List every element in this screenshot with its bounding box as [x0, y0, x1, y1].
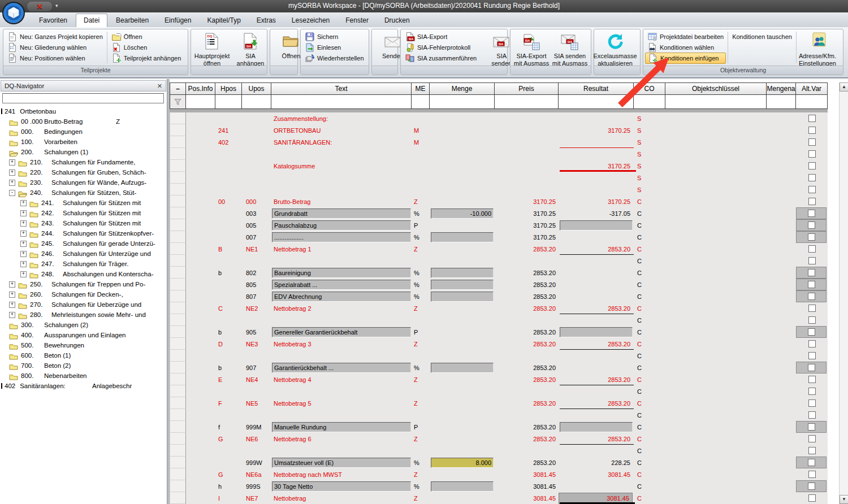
resultat-input[interactable]	[560, 327, 633, 337]
cell-resultat[interactable]: 3081.45	[559, 492, 634, 504]
altvar-checkbox[interactable]	[808, 281, 815, 288]
cell-menge[interactable]	[430, 279, 495, 290]
grid-row-NE1[interactable]: BNE1Nettobetrag 1Z2853.202853.20C	[170, 243, 828, 255]
tree-item-00-000-brutto-betrag[interactable]: 00 .000Brutto-BetragZ	[0, 116, 167, 127]
column-header-mengena[interactable]: Mengena	[767, 82, 796, 95]
menge-input[interactable]	[431, 280, 494, 290]
row-header-cell[interactable]	[170, 350, 186, 362]
cell-altvar[interactable]	[796, 267, 828, 279]
cell-altvar[interactable]	[796, 219, 828, 231]
cell-altvar[interactable]	[796, 373, 828, 385]
tree-item-241-ortbetonbau[interactable]: 241Ortbetonbau	[0, 106, 167, 116]
filter-cell[interactable]	[495, 95, 559, 109]
menge-input[interactable]	[431, 481, 494, 492]
cell-altvar[interactable]	[796, 492, 828, 504]
menge-input[interactable]	[431, 363, 494, 373]
neu-ganzes-projekt-kopieren-button[interactable]: Neu: Ganzes Projekt kopieren	[5, 31, 105, 42]
altvar-field[interactable]	[796, 480, 827, 492]
column-header-co[interactable]: CO	[634, 82, 665, 95]
tree-item-300-schalungen-2[interactable]: 300.Schalungen (2)	[0, 320, 167, 330]
cell-text[interactable]: Manuelle Rundung	[271, 421, 412, 433]
row-header-cell[interactable]	[170, 302, 186, 314]
row-header-cell[interactable]	[170, 231, 186, 243]
cell-resultat[interactable]	[559, 421, 634, 433]
einlesen-button[interactable]: Einlesen	[302, 42, 366, 53]
tree-item-230-schalungen-für-wände-aufzugs[interactable]: +230.Schalungen für Wände, Aufzugs-	[0, 177, 167, 188]
navigator-search-input[interactable]	[2, 93, 164, 103]
cell-text[interactable]: .................	[271, 231, 412, 243]
grid-row-805[interactable]: 805Spezialrabatt ...%2853.20C	[170, 279, 828, 290]
cell-altvar[interactable]	[796, 421, 828, 433]
altvar-checkbox[interactable]	[808, 423, 815, 431]
altvar-field[interactable]	[796, 326, 827, 338]
grid-row-999M[interactable]: f999MManuelle RundungP2853.20C	[170, 421, 828, 433]
altvar-checkbox[interactable]	[808, 316, 816, 324]
grid-row-3[interactable]: S	[170, 148, 828, 160]
tree-item-248-abschalungen-und-konterscha[interactable]: +248.Abschalungen und Konterscha-	[0, 269, 167, 279]
tab-extras[interactable]: Extras	[249, 14, 283, 27]
altvar-checkbox[interactable]	[808, 411, 816, 419]
altvar-field[interactable]	[796, 279, 827, 290]
cell-resultat[interactable]	[559, 326, 634, 338]
altvar-field[interactable]	[796, 421, 827, 433]
row-header-cell[interactable]	[170, 326, 186, 338]
column-header-resultat[interactable]: Resultat	[559, 82, 634, 95]
grid-row-5[interactable]: S	[170, 172, 828, 184]
menge-input[interactable]	[431, 292, 494, 302]
altvar-checkbox[interactable]	[808, 352, 816, 359]
row-header-cell[interactable]	[170, 468, 186, 480]
cell-text[interactable]: Umsatzsteuer voll (E)	[271, 457, 412, 468]
altvar-checkbox[interactable]	[808, 399, 816, 407]
filter-cell[interactable]	[634, 95, 665, 109]
expand-icon[interactable]: +	[9, 159, 15, 166]
text-input[interactable]: Garantierückbehalt ...	[272, 363, 411, 373]
tab-drucken[interactable]: Drucken	[377, 14, 417, 27]
cell-altvar[interactable]	[796, 124, 828, 136]
filter-cell[interactable]	[767, 95, 796, 109]
filter-cell[interactable]	[665, 95, 767, 109]
row-header-cell[interactable]	[170, 243, 186, 255]
filter-cell[interactable]	[430, 95, 495, 109]
cell-altvar[interactable]	[796, 243, 828, 255]
altvar-checkbox[interactable]	[808, 233, 815, 241]
grid-row-17[interactable]: C	[170, 314, 828, 326]
row-header-cell[interactable]	[170, 421, 186, 433]
altvar-checkbox[interactable]	[808, 186, 816, 193]
tree-item-200-schalungen-1[interactable]: 200.Schalungen (1)	[0, 147, 167, 157]
cell-altvar[interactable]	[796, 148, 828, 160]
altvar-checkbox[interactable]	[808, 435, 816, 442]
menge-input-highlight[interactable]: 8.000	[431, 458, 494, 468]
tab-lesezeichen[interactable]: Lesezeichen	[284, 14, 337, 27]
scroll-up-icon[interactable]: ▲	[840, 82, 848, 92]
cell-text[interactable]: EDV Abrechnung	[271, 290, 412, 302]
column-header-menge[interactable]: Menge	[430, 82, 495, 95]
cell-altvar[interactable]	[796, 457, 828, 468]
row-header-cell[interactable]	[170, 160, 186, 172]
grid-row-NE5[interactable]: FNE5Nettobetrag 5Z2853.202853.20C	[170, 397, 828, 409]
cell-altvar[interactable]	[796, 160, 828, 172]
filter-cell[interactable]	[559, 95, 634, 109]
text-input[interactable]: .................	[272, 232, 411, 242]
cell-altvar[interactable]	[796, 397, 828, 409]
filter-cell[interactable]	[215, 95, 242, 109]
menge-input[interactable]: -10.000	[431, 208, 494, 219]
cell-altvar[interactable]	[796, 279, 828, 290]
row-header-cell[interactable]	[170, 409, 186, 421]
row-header-cell[interactable]	[170, 148, 186, 160]
tree-item-402-sanitäranlagen[interactable]: 402Sanitäranlagen:Anlagebeschr	[0, 381, 167, 391]
teilprojekt-anhängen-button[interactable]: Teilprojekt anhängen	[109, 53, 184, 64]
app-logo-icon[interactable]	[2, 1, 25, 25]
altvar-field[interactable]	[796, 231, 827, 243]
expand-icon[interactable]: +	[9, 312, 15, 318]
cell-menge[interactable]	[430, 480, 495, 492]
expand-icon[interactable]: +	[20, 271, 27, 277]
cell-altvar[interactable]	[796, 207, 828, 219]
projektdatei-bearbeiten-button[interactable]: Projektdatei bearbeiten	[645, 31, 726, 42]
row-header-cell[interactable]	[170, 124, 186, 136]
column-header-me[interactable]: ME	[412, 82, 430, 95]
grid-row-4[interactable]: Katalogsumme3170.25S	[170, 160, 828, 172]
hauptprojekt-öffnen-button[interactable]: DQHauptprojekt öffnen	[193, 31, 231, 64]
cell-altvar[interactable]	[796, 172, 828, 184]
close-icon[interactable]: ✕	[37, 3, 43, 10]
cell-text[interactable]: 30 Tage Netto	[271, 480, 412, 492]
